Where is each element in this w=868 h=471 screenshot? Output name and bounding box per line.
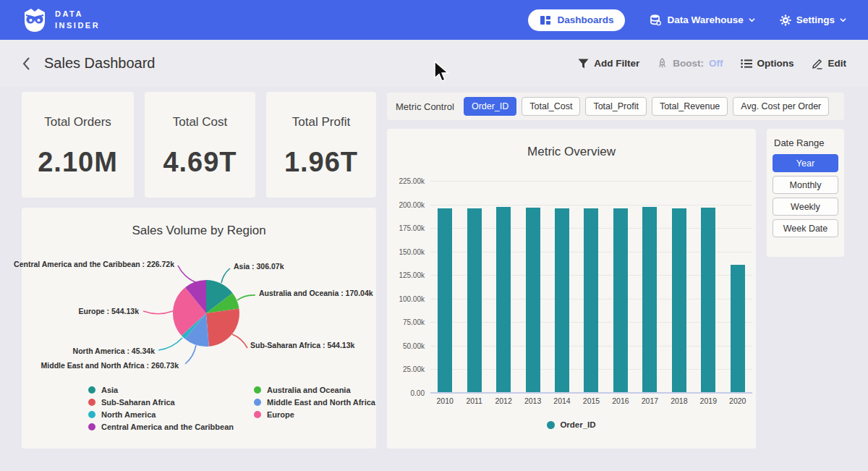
bar-2016[interactable] xyxy=(613,208,628,393)
legend-label: Middle East and North Africa xyxy=(267,398,375,407)
chevron-down-icon xyxy=(749,17,755,23)
edit-label: Edit xyxy=(828,58,847,69)
page-header: Sales Dashboard Add Filter Boost: Off Op… xyxy=(0,40,868,87)
legend-item-europe[interactable]: Europe xyxy=(254,410,375,419)
sales-volume-panel: Sales Volume by Region Central America a… xyxy=(22,208,376,449)
nav-settings-label: Settings xyxy=(796,14,835,25)
page-toolbar: Add Filter Boost: Off Options Edit xyxy=(578,58,846,69)
legend-item-north-america[interactable]: North America xyxy=(88,410,234,419)
pie-connector-line xyxy=(221,268,230,283)
database-icon xyxy=(650,14,662,26)
bar-2010[interactable] xyxy=(438,208,452,393)
dashboard-grid-icon xyxy=(540,14,551,26)
legend-label: Order_ID xyxy=(560,420,595,429)
boost-toggle[interactable]: Boost: Off xyxy=(657,58,723,69)
gear-icon xyxy=(780,14,791,26)
bar-2015[interactable] xyxy=(584,208,598,393)
pie-connector-line xyxy=(232,334,247,348)
legend-item-middle-east-and-north-africa[interactable]: Middle East and North Africa xyxy=(254,398,375,407)
bar-2013[interactable] xyxy=(526,208,540,393)
kpi-card-total-profit: Total Profit 1.96T xyxy=(266,92,376,198)
chevron-down-icon xyxy=(840,17,846,23)
bar-2019[interactable] xyxy=(701,208,715,393)
page-title: Sales Dashboard xyxy=(44,55,155,72)
date-range-label: Date Range xyxy=(774,137,838,148)
y-tick-label: 100.00k xyxy=(399,294,425,302)
y-tick-label: 225.00k xyxy=(399,177,425,185)
x-tick-label: 2016 xyxy=(606,396,635,405)
legend-dot xyxy=(88,411,95,418)
pie-annotation-sub-saharan: Sub-Saharan Africa : 544.13k xyxy=(250,341,354,349)
bar-2020[interactable] xyxy=(731,265,745,393)
kpi-value: 2.10M xyxy=(38,147,118,178)
boost-label: Boost: xyxy=(673,58,704,69)
nav-dashboards-button[interactable]: Dashboards xyxy=(528,9,625,31)
x-tick-label: 2015 xyxy=(576,396,605,405)
bar-chart-plot: 225.00k200.00k175.00k150.00k125.00k100.0… xyxy=(430,181,752,393)
metric-control-buttons: Order_IDTotal_CostTotal_ProfitTotal_Reve… xyxy=(464,97,829,116)
legend-item-central-america-and-the-caribbean[interactable]: Central America and the Caribbean xyxy=(88,423,234,431)
legend-dot xyxy=(88,399,95,406)
pie-slice-sub-saharan-africa[interactable] xyxy=(206,308,239,346)
bar-2014[interactable] xyxy=(555,208,569,393)
legend-item-sub-saharan-africa[interactable]: Sub-Saharan Africa xyxy=(88,398,234,407)
pie-annotation-central-america: Central America and the Caribbean : 226.… xyxy=(14,260,174,268)
brand-name: DATA INSIDER xyxy=(55,9,100,32)
metric-option-total-revenue[interactable]: Total_Revenue xyxy=(652,97,728,116)
y-tick-label: 25.00k xyxy=(403,365,425,373)
legend-item-asia[interactable]: Asia xyxy=(88,386,234,394)
legend-label: Europe xyxy=(267,410,294,419)
nav-data-warehouse-button[interactable]: Data Warehouse xyxy=(650,14,754,26)
date-range-option-weekly[interactable]: Weekly xyxy=(773,198,838,216)
legend-dot xyxy=(547,421,555,429)
bar-chart-legend: Order_ID xyxy=(387,420,756,429)
date-range-option-year[interactable]: Year xyxy=(773,154,838,172)
date-range-option-monthly[interactable]: Monthly xyxy=(773,176,838,194)
bar-chart-title: Metric Overview xyxy=(387,145,756,159)
nav-settings-button[interactable]: Settings xyxy=(780,14,846,26)
pie-annotation-australia: Australia and Oceania : 170.04k xyxy=(259,289,373,297)
legend-label: Sub-Saharan Africa xyxy=(101,398,175,407)
legend-dot xyxy=(254,411,261,418)
bar-2017[interactable] xyxy=(642,207,657,393)
legend-dot xyxy=(254,399,261,406)
pie-connector-line xyxy=(178,266,195,282)
boost-value: Off xyxy=(709,58,723,69)
y-tick-label: 50.00k xyxy=(403,341,425,349)
pie-legend: AsiaSub-Saharan AfricaNorth AmericaCentr… xyxy=(88,386,375,431)
legend-dot xyxy=(88,386,95,394)
bar-2018[interactable] xyxy=(672,208,686,393)
legend-label: Asia xyxy=(101,386,118,394)
legend-label: North America xyxy=(101,410,156,419)
legend-item-australia-and-oceania[interactable]: Australia and Oceania xyxy=(254,386,375,394)
kpi-value: 1.96T xyxy=(284,147,358,178)
metric-option-avg-cost-per-order[interactable]: Avg. Cost per Order xyxy=(733,97,829,116)
bar-2012[interactable] xyxy=(496,207,511,393)
add-filter-button[interactable]: Add Filter xyxy=(578,58,639,69)
x-tick-label: 2019 xyxy=(694,396,723,405)
pie-annotation-europe: Europe : 544.13k xyxy=(79,307,139,315)
date-range-buttons: YearMonthlyWeeklyWeek Date xyxy=(773,154,838,237)
edit-button[interactable]: Edit xyxy=(812,58,847,69)
x-tick-label: 2018 xyxy=(665,396,694,405)
metric-option-total-profit[interactable]: Total_Profit xyxy=(585,97,647,116)
brand-logo: DATA INSIDER xyxy=(22,7,100,33)
options-button[interactable]: Options xyxy=(741,58,794,69)
bar-2011[interactable] xyxy=(467,208,482,393)
metric-control-bar: Metric Control Order_IDTotal_CostTotal_P… xyxy=(387,93,844,120)
x-tick-label: 2010 xyxy=(430,396,459,405)
pie-connector-line xyxy=(185,345,196,364)
metric-option-total-cost[interactable]: Total_Cost xyxy=(522,97,580,116)
kpi-label: Total Profit xyxy=(292,115,350,130)
options-list-icon xyxy=(741,59,752,69)
back-button[interactable] xyxy=(22,56,31,71)
legend-column: AsiaSub-Saharan AfricaNorth AmericaCentr… xyxy=(88,386,234,431)
options-label: Options xyxy=(757,58,794,69)
metric-option-order-id[interactable]: Order_ID xyxy=(464,97,516,116)
owl-logo-icon xyxy=(22,7,48,33)
rocket-icon xyxy=(657,58,668,69)
legend-label: Australia and Oceania xyxy=(267,386,351,394)
date-range-option-week-date[interactable]: Week Date xyxy=(773,219,838,237)
legend-column: Australia and OceaniaMiddle East and Nor… xyxy=(254,386,375,431)
metric-control-label: Metric Control xyxy=(396,101,454,112)
